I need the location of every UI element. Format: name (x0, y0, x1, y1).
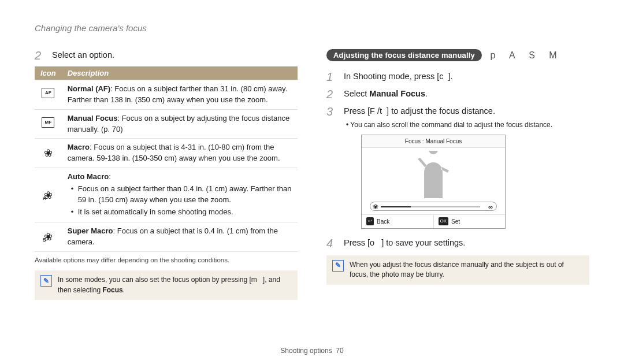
focus-mode-description: Macro: Focus on a subject that is 4-31 i… (62, 139, 298, 168)
focus-mode-description: Normal (AF): Focus on a subject farther … (62, 80, 298, 110)
focus-mode-icon: ❀ (35, 139, 62, 168)
note-box-left: ✎ In some modes, you can also set the fo… (35, 270, 298, 300)
step2-text: Select an option. (52, 49, 298, 62)
mode-letters: p A S M (491, 50, 563, 61)
r-step1-text: In Shooting mode, press [c ]. (344, 70, 589, 83)
table-row: ❀SSuper Macro: Focus on a subject that i… (35, 222, 298, 252)
macro-icon: ❀ (373, 202, 378, 212)
left-column: 2 Select an option. Icon Description AFN… (35, 49, 298, 300)
lcd-preview: Focus : Manual Focus ❀ ∞ ↩Ba (361, 135, 506, 229)
r-step2-num: 2 (326, 88, 337, 101)
focus-mode-icon: ❀A (35, 168, 62, 222)
section-pill: Adjusting the focus distance manually (326, 49, 482, 61)
table-row: AFNormal (AF): Focus on a subject farthe… (35, 80, 298, 110)
focus-mode-description: Auto Macro:Focus on a subject farther th… (62, 168, 298, 222)
note-text-left: In some modes, you can also set the focu… (58, 275, 292, 295)
page-header: Changing the camera's focus (35, 23, 589, 33)
note-icon: ✎ (332, 260, 344, 272)
r-step4-text: Press [o ] to save your settings. (344, 237, 589, 250)
r-step2-text: Select Manual Focus. (344, 88, 589, 101)
table-row: MFManual Focus: Focus on a subject by ad… (35, 109, 298, 139)
silhouette-icon (413, 151, 454, 198)
note-text-right: When you adjust the focus distance manua… (350, 260, 584, 280)
lcd-set-button[interactable]: OKSet (434, 215, 506, 228)
focus-mode-icon: AF (35, 80, 62, 110)
r-step4-num: 4 (326, 237, 337, 250)
options-footnote: Available options may differ depending o… (35, 255, 298, 265)
th-icon: Icon (35, 66, 62, 80)
step2-number: 2 (35, 49, 45, 62)
r-step1-num: 1 (326, 70, 337, 83)
focus-mode-description: Manual Focus: Focus on a subject by adju… (62, 109, 298, 139)
note-icon: ✎ (40, 275, 52, 287)
th-description: Description (62, 66, 298, 80)
lcd-back-button[interactable]: ↩Back (362, 215, 434, 228)
focus-slider[interactable]: ❀ ∞ (370, 202, 497, 211)
table-row: ❀AAuto Macro:Focus on a subject farther … (35, 168, 298, 222)
r-step3-num: 3 (326, 105, 337, 229)
lcd-title: Focus : Manual Focus (362, 135, 505, 148)
focus-mode-icon: ❀S (35, 222, 62, 252)
focus-mode-icon: MF (35, 109, 62, 139)
table-row: ❀Macro: Focus on a subject that is 4-31 … (35, 139, 298, 168)
focus-options-table: Icon Description AFNormal (AF): Focus on… (35, 66, 298, 252)
page-footer: Shooting options 70 (0, 347, 624, 355)
r-step3-text: Press [F /t ] to adjust the focus distan… (344, 105, 589, 229)
infinity-icon: ∞ (488, 202, 493, 212)
note-box-right: ✎ When you adjust the focus distance man… (326, 255, 589, 285)
right-column: Adjusting the focus distance manually p … (326, 49, 589, 300)
r-step3-sub: You can also scroll the command dial to … (351, 120, 589, 130)
focus-mode-description: Super Macro: Focus on a subject that is … (62, 222, 298, 252)
